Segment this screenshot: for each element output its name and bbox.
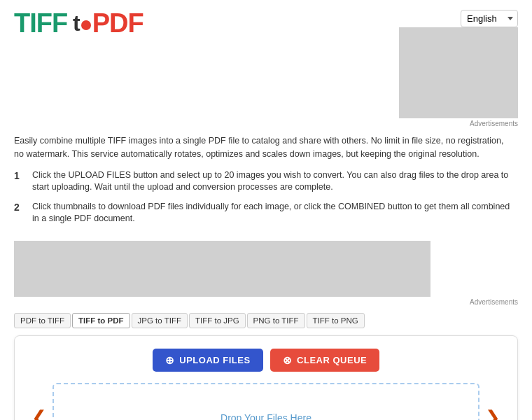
tab-jpg-to-tiff[interactable]: JPG to TIFF (132, 313, 188, 328)
ad-box-topright (399, 27, 518, 118)
upload-button[interactable]: ⊕ UPLOAD FILES (153, 349, 263, 372)
step-2-num: 2 (14, 201, 27, 215)
next-arrow-button[interactable]: ❯ (479, 407, 506, 420)
header: TIFF t PDF English Español Français Deut… (0, 0, 532, 127)
tab-tiff-to-pdf[interactable]: TIFF to PDF (72, 313, 130, 328)
tab-pdf-to-tiff[interactable]: PDF to TIFF (14, 313, 71, 328)
drop-zone-text: Drop Your Files Here (220, 412, 312, 421)
description-text: Easily combine multiple TIFF images into… (14, 134, 511, 161)
logo-pdf: PDF (92, 10, 144, 36)
logo: TIFF t PDF (14, 10, 144, 36)
ad-banner-top (14, 241, 430, 297)
arrow-right-icon: ❯ (485, 407, 500, 420)
tab-tiff-to-png[interactable]: TIFF to PNG (307, 313, 365, 328)
arrow-left-icon: ❮ (31, 407, 47, 420)
main-content: Easily combine multiple TIFF images into… (0, 127, 532, 232)
clear-queue-label: CLEAR QUEUE (297, 355, 367, 365)
action-buttons: ⊕ UPLOAD FILES ⊗ CLEAR QUEUE (26, 349, 506, 372)
prev-arrow-button[interactable]: ❮ (26, 407, 52, 420)
steps-list: 1 Click the UPLOAD FILES button and sele… (14, 169, 511, 225)
step-2: 2 Click thumbnails to download PDF files… (14, 201, 511, 225)
ad-banner-top-label: Advertisements (0, 298, 518, 306)
left-column: Easily combine multiple TIFF images into… (14, 134, 518, 232)
ad-label-topright: Advertisements (470, 120, 518, 127)
clear-queue-button[interactable]: ⊗ CLEAR QUEUE (270, 349, 380, 372)
step-2-text: Click thumbnails to download PDF files i… (32, 201, 511, 225)
step-1-num: 1 (14, 169, 27, 183)
logo-tiff: TIFF (14, 10, 67, 36)
clear-icon: ⊗ (283, 355, 293, 365)
tab-tiff-to-jpg[interactable]: TIFF to JPG (189, 313, 246, 328)
logo-to: t (67, 12, 92, 34)
header-right: English Español Français Deutsch Adverti… (385, 10, 518, 127)
upload-icon: ⊕ (165, 355, 175, 365)
step-1-text: Click the UPLOAD FILES button and select… (32, 169, 511, 194)
conversion-box: ⊕ UPLOAD FILES ⊗ CLEAR QUEUE ❮ Drop Your… (14, 335, 518, 421)
upload-button-label: UPLOAD FILES (179, 355, 250, 365)
logo-circle-icon (81, 20, 91, 30)
nav-tabs: PDF to TIFF TIFF to PDF JPG to TIFF TIFF… (0, 306, 532, 328)
step-1: 1 Click the UPLOAD FILES button and sele… (14, 169, 511, 194)
drop-zone-wrapper: ❮ Drop Your Files Here ❯ (26, 383, 506, 421)
tab-png-to-tiff[interactable]: PNG to TIFF (247, 313, 305, 328)
drop-zone[interactable]: Drop Your Files Here (52, 383, 479, 421)
language-select[interactable]: English Español Français Deutsch (461, 10, 518, 27)
